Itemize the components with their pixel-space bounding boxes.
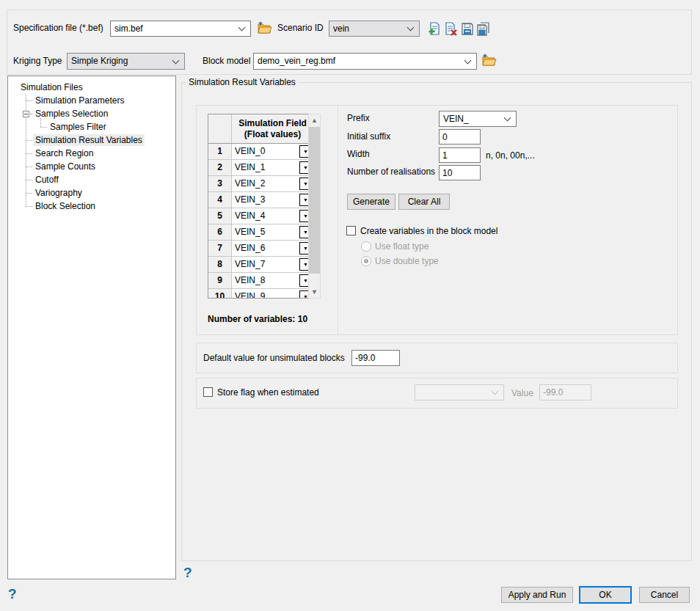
new-scenario-icon[interactable] xyxy=(428,22,442,36)
chevron-down-icon xyxy=(492,388,499,395)
store-value-label: Value xyxy=(511,388,533,399)
initial-suffix-label: Initial suffix xyxy=(347,131,390,142)
field-cell[interactable]: VEIN_8 ▼ xyxy=(232,273,313,289)
row-number-cell: 9 xyxy=(208,273,232,289)
tree-item[interactable]: Block Selection xyxy=(8,200,175,213)
navigation-tree: Simulation FilesSimulation ParametersSam… xyxy=(7,76,176,579)
tree-item[interactable]: Search Region xyxy=(8,147,175,160)
table-row: 2 VEIN_1 ▼ xyxy=(208,160,313,176)
kriging-type-value: Simple Kriging xyxy=(71,56,128,66)
group-title: Simulation Result Variables xyxy=(186,77,299,87)
use-float-radio[interactable] xyxy=(361,241,371,252)
delete-scenario-icon[interactable] xyxy=(444,22,458,36)
cancel-button[interactable]: Cancel xyxy=(639,587,690,603)
store-value-input xyxy=(539,384,591,400)
scenario-id-combo[interactable]: vein xyxy=(329,21,420,37)
chevron-down-icon xyxy=(504,114,511,122)
tree-item[interactable]: Samples Filter xyxy=(8,120,175,133)
help-icon[interactable]: ? xyxy=(183,566,192,579)
row-number-cell: 10 xyxy=(208,289,232,299)
simulation-fields-table: Simulation Field (Float values) 1 VEIN_0… xyxy=(208,114,314,299)
chevron-down-icon xyxy=(464,56,472,64)
use-double-radio[interactable] xyxy=(361,256,371,266)
field-cell[interactable]: VEIN_0 ▼ xyxy=(232,144,313,160)
tree-item[interactable]: Variography xyxy=(8,186,175,200)
tree-item[interactable]: Cutoff xyxy=(8,173,175,186)
create-variables-label: Create variables in the block model xyxy=(360,226,497,237)
chevron-down-icon xyxy=(238,24,246,32)
table-corner-cell xyxy=(208,114,232,143)
table-row: 7 VEIN_6 ▼ xyxy=(208,241,313,257)
row-number-cell: 7 xyxy=(208,241,232,257)
initial-suffix-input[interactable] xyxy=(439,129,481,144)
spec-file-label: Specification file (*.bef) xyxy=(13,23,103,34)
create-variables-checkbox[interactable] xyxy=(346,226,356,235)
use-double-label: Use double type xyxy=(375,256,439,267)
prefix-value: VEIN_ xyxy=(443,114,469,124)
width-label: Width xyxy=(347,149,370,160)
scrollbar-thumb[interactable] xyxy=(309,127,320,274)
realisations-input[interactable] xyxy=(439,165,481,180)
scroll-down-icon[interactable]: ▼ xyxy=(309,286,320,298)
table-row: 4 VEIN_3 ▼ xyxy=(208,192,313,208)
store-flag-checkbox[interactable] xyxy=(203,387,213,397)
help-icon[interactable]: ? xyxy=(8,587,17,601)
spec-file-value: sim.bef xyxy=(114,23,143,34)
field-cell[interactable]: VEIN_4 ▼ xyxy=(232,208,313,224)
table-row: 3 VEIN_2 ▼ xyxy=(208,176,313,192)
store-flag-label: Store flag when estimated xyxy=(217,387,319,398)
table-header-cell: Simulation Field (Float values) xyxy=(232,114,313,143)
spec-file-combo[interactable]: sim.bef xyxy=(110,21,251,37)
block-model-label: Block model xyxy=(203,56,250,67)
tree-item[interactable]: Sample Counts xyxy=(8,160,175,173)
field-cell[interactable]: VEIN_6 ▼ xyxy=(232,241,313,257)
folder-open-icon[interactable] xyxy=(257,21,272,35)
tree-item[interactable]: Simulation Files xyxy=(8,81,175,94)
field-cell[interactable]: VEIN_9 ▼ xyxy=(232,289,313,299)
prefix-label: Prefix xyxy=(347,113,370,124)
table-scrollbar[interactable]: ▲ ▼ xyxy=(308,114,321,299)
kriging-type-label: Kriging Type xyxy=(13,56,62,67)
width-input[interactable] xyxy=(439,147,481,163)
table-row: 6 VEIN_5 ▼ xyxy=(208,224,313,241)
row-number-cell: 1 xyxy=(208,144,232,160)
generate-button[interactable]: Generate xyxy=(347,194,395,210)
field-cell[interactable]: VEIN_7 ▼ xyxy=(232,257,313,273)
table-row: 1 VEIN_0 ▼ xyxy=(208,144,313,160)
row-number-cell: 6 xyxy=(208,224,232,241)
scroll-up-icon[interactable]: ▲ xyxy=(309,114,320,126)
scenario-id-label: Scenario ID xyxy=(277,23,324,34)
tree-collapse-icon[interactable] xyxy=(23,111,29,117)
row-number-cell: 3 xyxy=(208,176,232,192)
field-cell[interactable]: VEIN_2 ▼ xyxy=(232,176,313,192)
clear-all-button[interactable]: Clear All xyxy=(398,194,450,210)
table-header: Simulation Field (Float values) xyxy=(208,114,313,144)
field-cell[interactable]: VEIN_3 ▼ xyxy=(232,192,313,208)
table-row: 10 VEIN_9 ▼ xyxy=(208,289,313,299)
use-float-label: Use float type xyxy=(375,241,429,252)
simulation-dialog: Specification file (*.bef) sim.bef Scena… xyxy=(0,0,700,611)
field-cell[interactable]: VEIN_1 ▼ xyxy=(232,160,313,176)
table-row: 8 VEIN_7 ▼ xyxy=(208,257,313,273)
tree-item[interactable]: Simulation Result Variables xyxy=(8,133,175,147)
tree-item[interactable]: Simulation Parameters xyxy=(8,94,175,107)
field-cell[interactable]: VEIN_5 ▼ xyxy=(232,224,313,241)
save-icon[interactable] xyxy=(461,22,474,36)
block-model-value: demo_vein_reg.bmf xyxy=(258,56,335,66)
chevron-down-icon xyxy=(172,56,180,64)
row-number-cell: 5 xyxy=(208,208,232,224)
tree-item[interactable]: Samples Selection xyxy=(8,107,175,120)
block-model-combo[interactable]: demo_vein_reg.bmf xyxy=(253,53,477,70)
scenario-id-value: vein xyxy=(333,23,349,34)
row-number-cell: 4 xyxy=(208,192,232,208)
ok-button[interactable]: OK xyxy=(579,586,632,604)
folder-open-icon[interactable] xyxy=(481,54,497,67)
prefix-combo[interactable]: VEIN_ xyxy=(439,111,517,127)
save-as-icon[interactable] xyxy=(476,22,491,36)
default-value-input[interactable] xyxy=(351,350,400,366)
apply-and-run-button[interactable]: Apply and Run xyxy=(501,587,573,603)
row-number-cell: 8 xyxy=(208,257,232,273)
variables-count-label: Number of variables: 10 xyxy=(208,314,307,325)
kriging-type-combo[interactable]: Simple Kriging xyxy=(67,53,185,70)
width-hint: n, 0n, 00n,... xyxy=(486,150,535,161)
